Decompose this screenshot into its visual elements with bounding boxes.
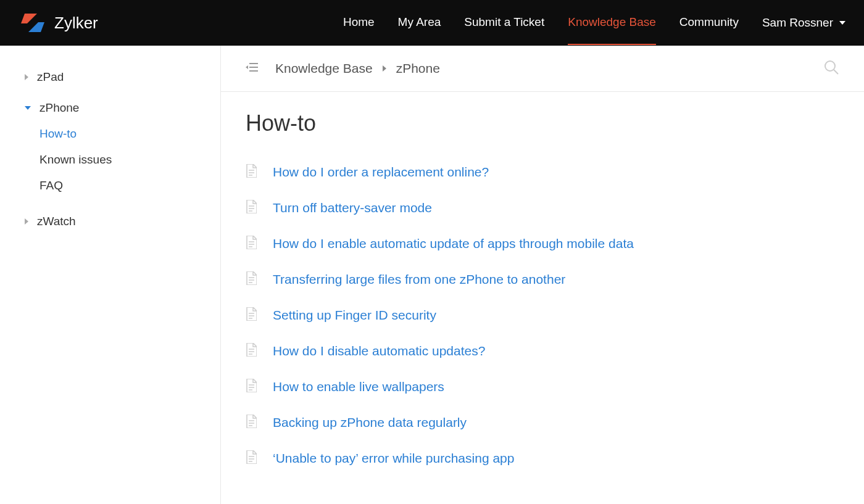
user-menu[interactable]: Sam Rossner (762, 16, 845, 30)
article-item[interactable]: ‘Unable to pay’ error while purchasing a… (246, 450, 839, 466)
main-content: Knowledge Base zPhone How-to How do I or… (221, 46, 864, 504)
document-icon (246, 271, 257, 287)
document-icon (246, 164, 257, 180)
topbar: Knowledge Base zPhone (221, 46, 864, 92)
caret-right-icon (25, 74, 28, 80)
sidebar-label: zPhone (39, 101, 79, 115)
article-item[interactable]: Backing up zPhone data regularly (246, 415, 839, 431)
sidebar-sub-known-issues[interactable]: Known issues (39, 147, 220, 173)
caret-right-icon (25, 218, 28, 225)
brand-logo[interactable]: Zylker (19, 9, 98, 37)
breadcrumb-root[interactable]: Knowledge Base (275, 61, 373, 76)
document-icon (246, 415, 257, 431)
article-item[interactable]: How do I order a replacement online? (246, 164, 839, 180)
breadcrumb-separator-icon (383, 65, 386, 72)
sidebar-label: zPad (37, 70, 64, 84)
sidebar-item-zpad[interactable]: zPad (0, 64, 220, 90)
sidebar-sub-faq[interactable]: FAQ (39, 173, 220, 199)
article-title: Transferring large files from one zPhone… (273, 272, 565, 287)
sidebar-label: zWatch (37, 215, 76, 228)
caret-down-icon (25, 106, 31, 110)
logo-icon (19, 9, 47, 37)
sidebar-item-zphone[interactable]: zPhone (0, 95, 220, 121)
collapse-sidebar-icon[interactable] (246, 62, 258, 75)
article-title: How do I enable automatic update of apps… (273, 236, 634, 251)
article-item[interactable]: How to enable live wallpapers (246, 379, 839, 395)
nav-knowledge-base[interactable]: Knowledge Base (568, 1, 656, 45)
document-icon (246, 343, 257, 359)
article-item[interactable]: How do I disable automatic updates? (246, 343, 839, 359)
article-title: Setting up Finger ID security (273, 308, 436, 323)
article-list: How do I order a replacement online?Turn… (246, 164, 839, 466)
sidebar-sub-howto[interactable]: How-to (39, 121, 220, 147)
article-item[interactable]: Transferring large files from one zPhone… (246, 271, 839, 287)
nav-home[interactable]: Home (343, 1, 375, 45)
search-icon[interactable] (823, 59, 839, 78)
article-title: How do I disable automatic updates? (273, 344, 485, 358)
article-item[interactable]: How do I enable automatic update of apps… (246, 236, 839, 252)
nav-community[interactable]: Community (679, 1, 739, 45)
document-icon (246, 450, 257, 466)
sidebar-item-zwatch[interactable]: zWatch (0, 209, 220, 234)
brand-name: Zylker (54, 14, 98, 33)
article-title: Turn off battery-saver mode (273, 200, 432, 215)
article-title: How to enable live wallpapers (273, 379, 444, 394)
breadcrumb-current[interactable]: zPhone (396, 61, 440, 76)
svg-line-4 (834, 70, 838, 74)
header: Zylker Home My Area Submit a Ticket Know… (0, 0, 864, 46)
user-name: Sam Rossner (762, 16, 833, 30)
nav-submit-ticket[interactable]: Submit a Ticket (464, 1, 544, 45)
article-title: How do I order a replacement online? (273, 165, 489, 180)
article-title: Backing up zPhone data regularly (273, 415, 467, 430)
breadcrumb: Knowledge Base zPhone (275, 61, 440, 76)
article-item[interactable]: Turn off battery-saver mode (246, 200, 839, 216)
chevron-down-icon (839, 21, 845, 25)
article-item[interactable]: Setting up Finger ID security (246, 307, 839, 323)
document-icon (246, 200, 257, 216)
document-icon (246, 307, 257, 323)
document-icon (246, 236, 257, 252)
page-title: How-to (246, 110, 839, 136)
document-icon (246, 379, 257, 395)
main-nav: Home My Area Submit a Ticket Knowledge B… (343, 1, 845, 45)
sidebar: zPad zPhone How-to Known issues FAQ zWat… (0, 46, 221, 504)
svg-point-3 (825, 61, 835, 71)
article-title: ‘Unable to pay’ error while purchasing a… (273, 451, 514, 466)
nav-my-area[interactable]: My Area (398, 1, 441, 45)
